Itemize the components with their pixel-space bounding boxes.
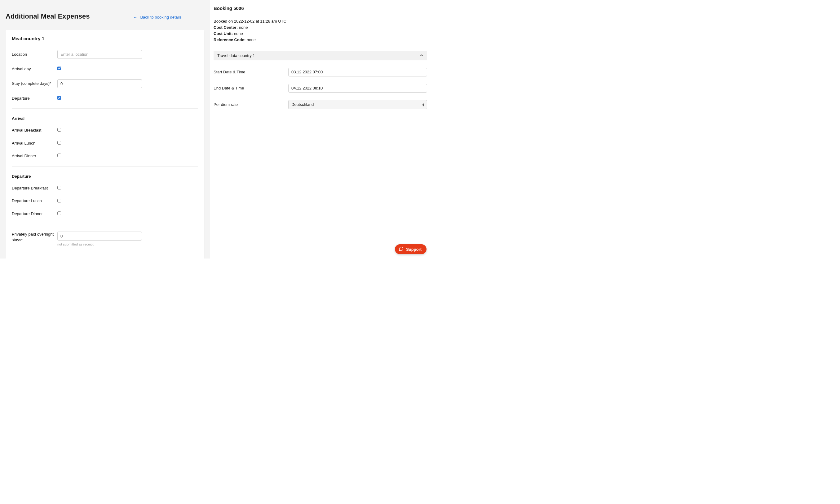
cost-center-line: Cost Center: none	[213, 24, 427, 31]
location-label: Location	[12, 52, 57, 57]
cost-unit-line: Cost Unit: none	[213, 31, 427, 37]
back-to-booking-link[interactable]: ← Back to booking details	[133, 15, 182, 19]
left-panel: Additional Meal Expenses ← Back to booki…	[0, 0, 210, 258]
chat-icon	[399, 247, 404, 252]
arrival-breakfast-checkbox[interactable]	[57, 128, 61, 131]
departure-day-checkbox[interactable]	[57, 96, 61, 100]
overnight-stays-input[interactable]	[57, 232, 142, 240]
right-panel: Booking 5006 Booked on 2022-12-02 at 11:…	[210, 0, 431, 258]
departure-day-label: Departure	[12, 96, 57, 101]
overnight-stays-label: Privately paid overnight stays*	[12, 232, 57, 242]
end-datetime-label: End Date & Time	[213, 86, 288, 90]
chevron-up-icon	[420, 54, 424, 57]
header-row: Additional Meal Expenses ← Back to booki…	[5, 12, 204, 20]
departure-dinner-label: Departure Dinner	[12, 211, 57, 217]
arrival-day-label: Arrival day	[12, 66, 57, 72]
arrival-dinner-label: Arrival Dinner	[12, 153, 57, 159]
stay-days-input[interactable]	[57, 79, 142, 88]
travel-data-accordion-header[interactable]: Travel data country 1	[213, 51, 427, 60]
page-title: Additional Meal Expenses	[5, 12, 90, 20]
booking-meta: Booked on 2022-12-02 at 11:28 am UTC Cos…	[213, 18, 427, 43]
meal-country-card: Meal country 1 Location Arrival day Stay…	[5, 30, 204, 258]
booked-on-line: Booked on 2022-12-02 at 11:28 am UTC	[213, 18, 427, 24]
arrival-section-heading: Arrival	[12, 116, 198, 121]
reference-code-value: none	[247, 37, 256, 42]
departure-section-heading: Departure	[12, 174, 198, 179]
cost-center-value: none	[239, 25, 248, 30]
arrival-lunch-checkbox[interactable]	[57, 141, 61, 145]
cost-unit-value: none	[234, 31, 243, 36]
reference-code-line: Reference Code: none	[213, 37, 427, 43]
cost-center-label: Cost Center:	[213, 25, 238, 30]
arrival-dinner-checkbox[interactable]	[57, 154, 61, 157]
per-diem-label: Per diem rate	[213, 102, 288, 107]
support-label: Support	[406, 247, 422, 252]
card-title: Meal country 1	[12, 36, 198, 41]
reference-code-label: Reference Code:	[213, 37, 245, 42]
per-diem-select[interactable]: Deutschland	[288, 100, 427, 109]
booking-title: Booking 5006	[213, 5, 427, 11]
arrow-left-icon: ←	[133, 15, 137, 19]
stay-days-label: Stay (complete days)*	[12, 81, 57, 86]
accordion-title: Travel data country 1	[217, 53, 255, 58]
start-datetime-input[interactable]	[288, 68, 427, 76]
location-input[interactable]	[57, 50, 142, 59]
departure-breakfast-label: Departure Breakfast	[12, 185, 57, 191]
departure-dinner-checkbox[interactable]	[57, 212, 61, 215]
arrival-breakfast-label: Arrival Breakfast	[12, 128, 57, 133]
arrival-day-checkbox[interactable]	[57, 67, 61, 70]
divider	[12, 108, 198, 109]
cost-unit-label: Cost Unit:	[213, 31, 233, 36]
support-button[interactable]: Support	[395, 244, 427, 254]
arrival-lunch-label: Arrival Lunch	[12, 141, 57, 146]
departure-lunch-checkbox[interactable]	[57, 199, 61, 202]
departure-lunch-label: Departure Lunch	[12, 198, 57, 204]
back-link-label: Back to booking details	[140, 15, 182, 19]
divider	[12, 224, 198, 224]
departure-breakfast-checkbox[interactable]	[57, 186, 61, 190]
start-datetime-label: Start Date & Time	[213, 70, 288, 74]
overnight-stays-helper: not submitted as receipt	[57, 242, 198, 246]
end-datetime-input[interactable]	[288, 84, 427, 93]
